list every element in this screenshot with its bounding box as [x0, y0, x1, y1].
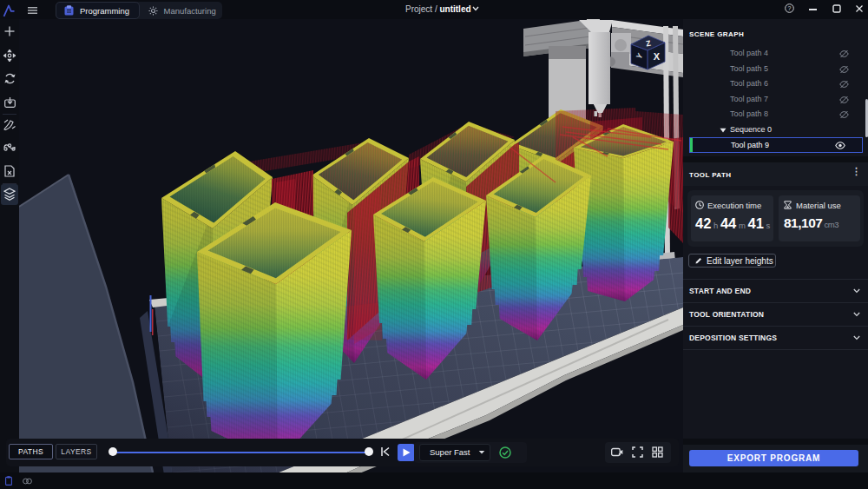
svg-text:?: ? [788, 5, 792, 11]
